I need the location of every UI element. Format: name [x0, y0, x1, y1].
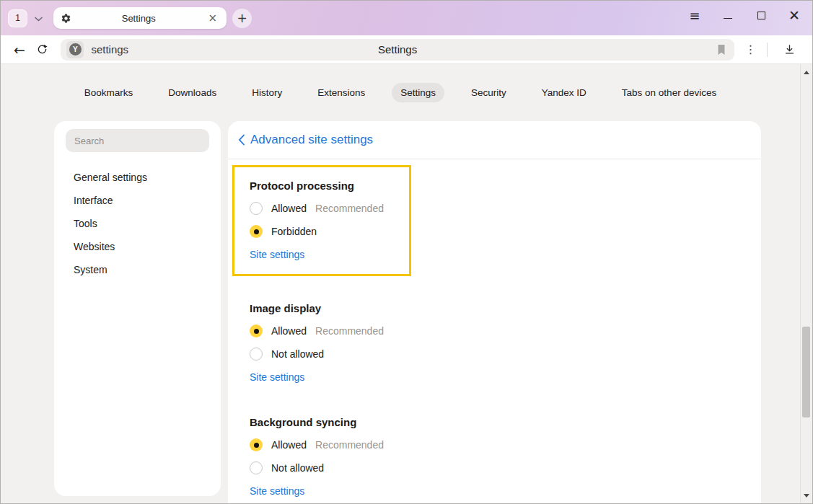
back-button[interactable]: ←	[8, 38, 31, 61]
page-title: Settings	[61, 43, 734, 56]
site-settings-link[interactable]: Site settings	[250, 243, 304, 266]
radio-option-allowed[interactable]: Allowed Recommended	[250, 433, 739, 456]
back-arrow-icon: ←	[14, 42, 25, 58]
more-options-button[interactable]: ⋮	[740, 43, 762, 56]
toolbar: ← Y settings Settings ⋮	[1, 35, 812, 64]
radio-label: Forbidden	[271, 226, 317, 237]
section-image-display: Image display Allowed Recommended Not al…	[250, 296, 739, 389]
maximize-button[interactable]	[753, 7, 769, 23]
sidebar-item-tools[interactable]: Tools	[66, 212, 209, 235]
settings-nav-tabs: BookmarksDownloadsHistoryExtensionsSetti…	[1, 64, 800, 121]
scrollbar-thumb[interactable]	[802, 327, 810, 417]
page-section-title: Advanced site settings	[250, 133, 373, 147]
reload-button[interactable]	[31, 38, 54, 61]
radio-label: Not allowed	[271, 462, 324, 474]
section-title: Background syncing	[250, 410, 739, 433]
yandex-protect-icon: Y	[69, 43, 82, 56]
address-bar[interactable]: Y settings Settings	[61, 39, 734, 61]
gear-icon	[61, 13, 71, 24]
chevron-left-icon	[238, 134, 245, 146]
kebab-icon: ⋮	[745, 43, 757, 56]
active-tab[interactable]: Settings ×	[53, 7, 227, 29]
radio-button[interactable]	[250, 202, 263, 215]
recommended-note: Recommended	[315, 439, 384, 451]
radio-label: Allowed	[271, 439, 307, 451]
radio-button[interactable]	[250, 324, 263, 337]
chevron-down-icon	[35, 12, 43, 25]
close-window-button[interactable]: ✕	[786, 7, 802, 23]
sidebar-item-interface[interactable]: Interface	[66, 189, 209, 212]
radio-button[interactable]	[250, 461, 263, 474]
section-protocol-processing: Protocol processing Allowed Recommended …	[232, 165, 411, 276]
sidebar-item-system[interactable]: System	[66, 258, 209, 281]
advanced-settings-header[interactable]: Advanced site settings	[228, 121, 761, 159]
radio-option-not-allowed[interactable]: Not allowed	[250, 342, 739, 366]
close-tab-icon[interactable]: ×	[206, 12, 219, 25]
toolbar-divider	[767, 43, 768, 57]
settings-sections: Protocol processing Allowed Recommended …	[228, 159, 761, 503]
site-settings-link[interactable]: Site settings	[250, 366, 304, 389]
browser-window: 1 Settings × + ≡ ✕ ← Y	[0, 0, 813, 504]
settings-page: BookmarksDownloadsHistoryExtensionsSetti…	[1, 64, 812, 503]
radio-label: Not allowed	[271, 348, 324, 360]
vertical-scrollbar[interactable]	[800, 64, 812, 503]
scroll-up-icon[interactable]	[801, 66, 812, 78]
minimize-button[interactable]	[720, 7, 736, 23]
radio-label: Allowed	[271, 325, 307, 337]
plus-icon: +	[237, 11, 247, 25]
download-icon	[783, 43, 796, 56]
sidebar-item-general-settings[interactable]: General settings	[66, 166, 209, 189]
nav-tab-tabs-on-other-devices[interactable]: Tabs on other devices	[613, 83, 725, 102]
tab-title: Settings	[71, 13, 206, 24]
section-options: Allowed Recommended Not allowed	[250, 319, 739, 366]
search-input[interactable]	[66, 129, 209, 152]
section-title: Protocol processing	[250, 174, 409, 197]
section-options: Allowed Recommended Forbidden	[250, 197, 409, 243]
sidebar-item-websites[interactable]: Websites	[66, 235, 209, 258]
nav-tab-history[interactable]: History	[243, 83, 291, 102]
radio-option-allowed[interactable]: Allowed Recommended	[250, 197, 409, 220]
nav-tab-bookmarks[interactable]: Bookmarks	[76, 83, 142, 102]
nav-tab-settings[interactable]: Settings	[392, 83, 444, 102]
url-text: settings	[91, 43, 128, 56]
nav-tab-security[interactable]: Security	[462, 83, 515, 102]
nav-tab-yandex-id[interactable]: Yandex ID	[533, 83, 595, 102]
radio-button[interactable]	[250, 438, 263, 451]
bookmark-icon[interactable]	[716, 43, 727, 59]
nav-tab-downloads[interactable]: Downloads	[159, 83, 225, 102]
radio-label: Allowed	[271, 203, 307, 214]
site-settings-link[interactable]: Site settings	[250, 479, 304, 503]
section-options: Allowed Recommended Not allowed	[250, 433, 739, 479]
recommended-note: Recommended	[315, 203, 384, 214]
radio-button[interactable]	[250, 348, 263, 361]
settings-layout: General settingsInterfaceToolsWebsitesSy…	[1, 121, 800, 503]
scroll-down-icon[interactable]	[801, 490, 812, 501]
sidebar-list: General settingsInterfaceToolsWebsitesSy…	[66, 166, 209, 281]
window-controls: ≡ ✕	[687, 1, 802, 30]
section-title: Image display	[250, 296, 739, 319]
radio-option-forbidden[interactable]: Forbidden	[250, 220, 409, 243]
tab-list-button[interactable]	[27, 9, 49, 27]
tab-counter-button[interactable]: 1	[8, 9, 27, 27]
downloads-button[interactable]	[773, 43, 805, 56]
section-background-syncing: Background syncing Allowed Recommended N…	[250, 410, 739, 503]
new-tab-button[interactable]: +	[232, 9, 252, 28]
settings-sidebar: General settingsInterfaceToolsWebsitesSy…	[54, 121, 221, 496]
radio-option-allowed[interactable]: Allowed Recommended	[250, 319, 739, 342]
titlebar: 1 Settings × + ≡ ✕	[1, 1, 812, 35]
nav-tab-extensions[interactable]: Extensions	[309, 83, 374, 102]
settings-main-panel: Advanced site settings Protocol processi…	[228, 121, 761, 503]
radio-option-not-allowed[interactable]: Not allowed	[250, 456, 739, 479]
menu-icon[interactable]: ≡	[687, 7, 703, 23]
recommended-note: Recommended	[315, 325, 384, 337]
reload-icon	[36, 43, 48, 56]
site-favicon: Y	[66, 41, 84, 58]
radio-button[interactable]	[250, 225, 263, 238]
